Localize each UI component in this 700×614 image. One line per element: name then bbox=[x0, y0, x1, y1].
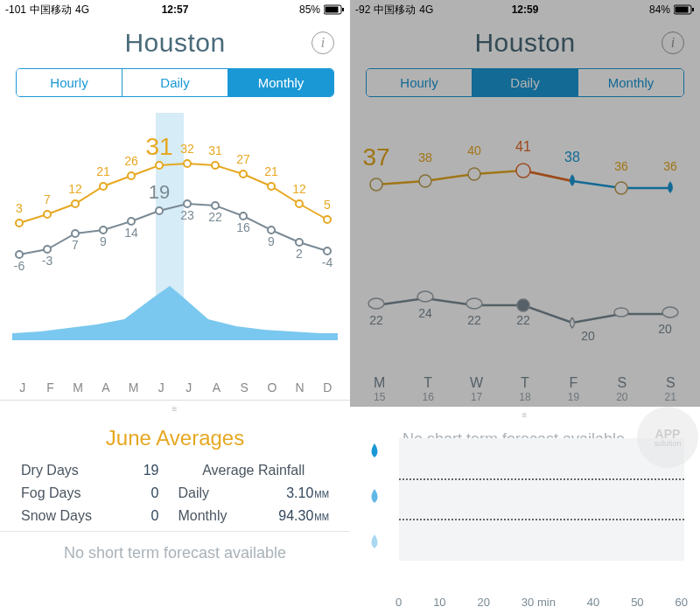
view-tabs: Hourly Daily Monthly bbox=[16, 68, 334, 97]
svg-text:21: 21 bbox=[264, 164, 278, 178]
svg-text:21: 21 bbox=[96, 164, 110, 178]
svg-point-79 bbox=[662, 307, 678, 317]
svg-point-73 bbox=[615, 182, 627, 194]
timeline-axis: 0102030 min405060 bbox=[396, 596, 688, 609]
screen-daily: -92 中国移动 4G 12:59 84% Houston i Hourly D… bbox=[350, 0, 700, 614]
svg-text:32: 32 bbox=[180, 142, 194, 156]
drag-handle-icon[interactable]: ≡ bbox=[0, 401, 350, 417]
svg-point-23 bbox=[212, 202, 219, 209]
svg-point-26 bbox=[296, 239, 303, 246]
tab-monthly[interactable]: Monthly bbox=[228, 69, 333, 96]
svg-text:37: 37 bbox=[362, 143, 389, 171]
snow-days-value: 0 bbox=[122, 508, 167, 524]
svg-point-24 bbox=[240, 213, 247, 220]
network-type: 4G bbox=[419, 3, 433, 16]
svg-point-5 bbox=[44, 211, 51, 218]
info-button[interactable]: i bbox=[312, 31, 334, 54]
info-button[interactable]: i bbox=[662, 31, 684, 54]
short-term-panel: ≡ No short term forecast available APPso… bbox=[350, 407, 700, 614]
day-col[interactable]: S20 bbox=[598, 375, 646, 403]
svg-point-12 bbox=[240, 171, 247, 178]
svg-text:31: 31 bbox=[145, 133, 172, 160]
svg-point-25 bbox=[268, 227, 275, 234]
month-axis: JFMAMJJASOND bbox=[0, 375, 350, 401]
svg-point-19 bbox=[100, 227, 107, 234]
svg-text:40: 40 bbox=[467, 143, 481, 157]
svg-point-75 bbox=[417, 291, 433, 302]
svg-point-77 bbox=[517, 299, 529, 311]
carrier-label: 中国移动 bbox=[30, 3, 72, 17]
snow-days-label: Snow Days bbox=[21, 508, 112, 524]
svg-text:7: 7 bbox=[44, 192, 51, 206]
svg-point-74 bbox=[368, 298, 384, 309]
svg-point-71 bbox=[468, 168, 480, 180]
signal-strength: -101 bbox=[5, 3, 26, 16]
day-col[interactable]: F19 bbox=[550, 375, 598, 403]
signal-strength: -92 bbox=[355, 3, 370, 16]
battery-percent: 84% bbox=[649, 3, 670, 16]
fog-days-value: 0 bbox=[122, 485, 167, 501]
svg-text:19: 19 bbox=[149, 181, 170, 203]
averages-title: June Averages bbox=[21, 421, 329, 463]
svg-text:9: 9 bbox=[100, 234, 107, 248]
svg-rect-53 bbox=[676, 7, 689, 13]
daily-chart[interactable]: 3840 3636 41 38 37 222422222020 bbox=[350, 104, 700, 375]
svg-text:22: 22 bbox=[208, 210, 222, 224]
svg-text:7: 7 bbox=[72, 238, 79, 252]
dry-days-value: 19 bbox=[122, 463, 167, 478]
svg-point-72 bbox=[516, 164, 530, 178]
averages-section: June Averages Dry Days 19 Average Rainfa… bbox=[0, 417, 350, 531]
city-title: Houston bbox=[124, 28, 225, 58]
svg-point-4 bbox=[16, 220, 23, 227]
tab-hourly[interactable]: Hourly bbox=[367, 69, 472, 96]
svg-point-7 bbox=[100, 183, 107, 190]
svg-point-14 bbox=[296, 200, 303, 207]
svg-text:23: 23 bbox=[180, 208, 194, 222]
svg-text:22: 22 bbox=[467, 313, 481, 327]
network-type: 4G bbox=[75, 3, 89, 16]
day-col[interactable]: W17 bbox=[452, 375, 500, 403]
svg-text:16: 16 bbox=[236, 220, 250, 234]
day-col[interactable]: M15 bbox=[355, 375, 403, 403]
city-title: Houston bbox=[474, 28, 575, 58]
svg-text:24: 24 bbox=[418, 306, 432, 320]
svg-text:3: 3 bbox=[16, 201, 23, 215]
svg-text:38: 38 bbox=[418, 150, 432, 164]
battery-percent: 85% bbox=[299, 3, 320, 16]
tab-daily[interactable]: Daily bbox=[122, 69, 228, 96]
tab-daily[interactable]: Daily bbox=[472, 69, 578, 96]
header: Houston i bbox=[0, 19, 350, 68]
svg-point-70 bbox=[419, 175, 431, 187]
raindrop-icon bbox=[368, 442, 382, 459]
svg-point-21 bbox=[156, 207, 163, 214]
rain-monthly-label: Monthly bbox=[178, 508, 247, 524]
fog-days-label: Fog Days bbox=[21, 485, 112, 501]
svg-text:14: 14 bbox=[124, 226, 138, 240]
precip-intensity-icons bbox=[368, 442, 382, 550]
svg-text:26: 26 bbox=[124, 154, 138, 168]
svg-text:31: 31 bbox=[208, 143, 222, 157]
header: Houston i bbox=[350, 19, 700, 68]
svg-point-15 bbox=[324, 216, 331, 223]
no-forecast-message: No short term forecast available bbox=[0, 531, 350, 575]
rainfall-header: Average Rainfall bbox=[178, 463, 329, 478]
battery-icon bbox=[674, 4, 695, 15]
battery-icon bbox=[324, 4, 345, 15]
svg-text:41: 41 bbox=[515, 139, 531, 154]
svg-text:22: 22 bbox=[516, 313, 530, 327]
svg-rect-2 bbox=[342, 8, 344, 11]
tab-hourly[interactable]: Hourly bbox=[17, 69, 122, 96]
monthly-chart[interactable]: 37122126 32312721125 31 -6-37914 2322169… bbox=[0, 104, 350, 375]
dry-days-label: Dry Days bbox=[21, 463, 112, 478]
tab-monthly[interactable]: Monthly bbox=[578, 69, 683, 96]
svg-text:-4: -4 bbox=[322, 255, 333, 269]
clock: 12:57 bbox=[162, 3, 189, 16]
svg-text:38: 38 bbox=[564, 150, 580, 164]
day-col[interactable]: S21 bbox=[647, 375, 695, 403]
day-col[interactable]: T18 bbox=[500, 375, 549, 403]
status-bar: -92 中国移动 4G 12:59 84% bbox=[350, 0, 700, 19]
svg-point-16 bbox=[16, 251, 23, 258]
svg-point-8 bbox=[128, 172, 135, 179]
day-col[interactable]: T16 bbox=[403, 375, 452, 403]
day-axis: M15 T16 W17 T18 F19 S20 S21 bbox=[350, 375, 700, 407]
